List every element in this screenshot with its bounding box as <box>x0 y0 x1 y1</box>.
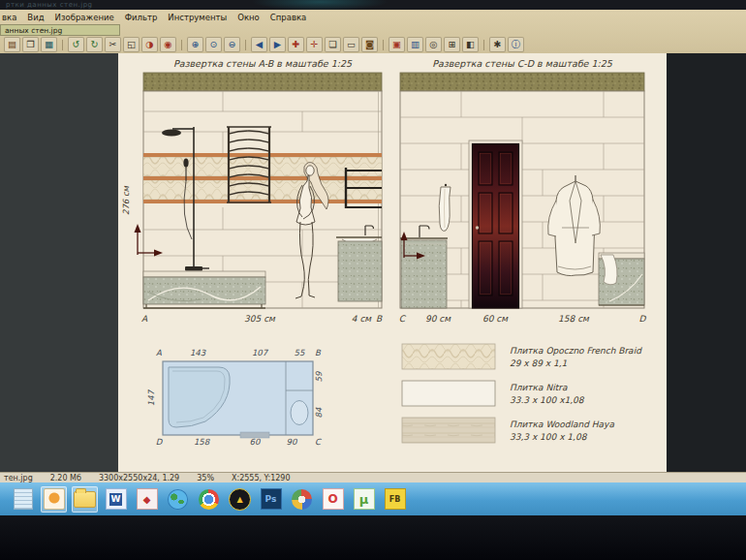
right-elevation-dim2: 60 см <box>482 314 509 324</box>
find-icon[interactable]: ◎ <box>425 37 442 52</box>
corner-label-a: A <box>141 314 148 324</box>
toolbar-separator <box>62 40 63 50</box>
menu-item-view[interactable]: Вид <box>27 13 44 22</box>
fullscreen-icon[interactable]: ▣ <box>389 37 405 52</box>
info-icon[interactable]: ⓘ <box>508 37 524 52</box>
slideshow-icon[interactable]: ▭ <box>343 37 359 52</box>
toolbar: ▤ ❒ ▦ ↺ ↻ ✂ ◱ ◑ ◉ ⊕ ⊙ ⊖ ◀ ▶ ✚ ✛ ❏ ▭ ◙ ▣ … <box>4 37 524 52</box>
chrome-icon[interactable] <box>196 486 222 513</box>
taskbar: W ◆ ▲ Ps O µ FB <box>0 482 746 515</box>
menu-item-window[interactable]: Окно <box>237 13 260 22</box>
folder-icon[interactable] <box>72 486 98 513</box>
legend-item-1-size: 29 x 89 x 1,1 <box>510 358 568 368</box>
lock-icon[interactable]: ◙ <box>361 37 378 52</box>
zoom-custom-icon[interactable]: ⊙ <box>205 37 222 52</box>
open-icon[interactable]: ❒ <box>22 37 39 52</box>
copy-icon[interactable]: ❏ <box>325 37 341 52</box>
legend-item-3-size: 33,3 x 100 x 1,08 <box>510 432 588 442</box>
cards-app-icon[interactable]: ◆ <box>134 486 160 513</box>
menu-bar: вка Вид Изображение Фильтр Инструменты О… <box>2 11 306 23</box>
monitor-bezel <box>0 515 746 560</box>
print-icon[interactable]: ⊞ <box>444 37 460 52</box>
vanity-sink <box>336 226 382 301</box>
save-icon[interactable]: ▤ <box>4 37 20 52</box>
menu-item-help[interactable]: Справка <box>270 13 306 22</box>
adjust-icon[interactable]: ◑ <box>141 37 158 52</box>
plan-toilet <box>291 401 308 425</box>
status-filename: тен.jpg <box>4 474 33 482</box>
toolbar-separator <box>245 40 246 50</box>
left-elevation-width-dim: 305 см <box>244 314 276 324</box>
rotate-right-icon[interactable]: ↻ <box>86 37 103 52</box>
legend-item-3-name: Плитка Woodland Haya <box>510 420 614 429</box>
utorrent-icon[interactable]: µ <box>351 486 377 513</box>
legend-item-1-name: Плитка Opoczno French Braid <box>510 346 642 356</box>
window-title-bar: ртки данных стен.jpg <box>0 0 746 10</box>
crop-icon[interactable]: ✂ <box>105 37 121 52</box>
legend-item-2-name: Плитка Nitra <box>510 383 568 392</box>
corner-label-d: D <box>639 314 647 324</box>
legend-swatch-braid <box>402 344 495 369</box>
legend-swatch-wood <box>402 418 495 443</box>
toolbar-separator <box>383 40 384 50</box>
document-tab[interactable]: анных стен.jpg <box>0 24 120 36</box>
bathtub-corner <box>599 253 644 305</box>
add-alt-icon[interactable]: ✛ <box>306 37 323 52</box>
browse-icon[interactable]: ▦ <box>41 37 57 52</box>
right-elevation-dim3: 158 см <box>558 314 590 324</box>
paint-icon[interactable] <box>289 486 315 513</box>
accent-strip <box>143 153 382 157</box>
fbreader-icon[interactable]: FB <box>382 486 408 513</box>
red-eye-icon[interactable]: ◉ <box>160 37 176 52</box>
status-zoom-level: 35% <box>197 474 214 482</box>
plan-dim-right-1: 59 <box>314 371 324 382</box>
menu-item-filter[interactable]: Фильтр <box>125 13 158 22</box>
right-elevation-drawing <box>400 73 644 308</box>
left-elevation-drawing <box>143 73 382 308</box>
image-viewer-icon[interactable] <box>41 486 67 513</box>
next-icon[interactable]: ▶ <box>269 37 286 52</box>
canvas-background <box>667 53 746 472</box>
settings-icon[interactable]: ✱ <box>489 37 506 52</box>
status-image-info: 3300x2550x24, 1.29 <box>99 474 179 482</box>
previous-icon[interactable]: ◀ <box>251 37 267 52</box>
window-title: ртки данных стен.jpg <box>6 1 93 9</box>
plan-dim-bottom-3: 90 <box>287 437 298 447</box>
plan-dim-left: 147 <box>146 389 156 406</box>
bathroom-design-document[interactable]: Развертка стены A-B в маштабе 1:25 <box>118 53 667 472</box>
hanging-towel <box>439 184 451 232</box>
menu-item-tools[interactable]: Инструменты <box>168 13 227 22</box>
zoom-out-icon[interactable]: ⊖ <box>224 37 240 52</box>
zoom-in-icon[interactable]: ⊕ <box>187 37 203 52</box>
plan-dim-bottom-2: 60 <box>250 437 262 447</box>
monitor-screen: ртки данных стен.jpg вка Вид Изображение… <box>0 0 746 560</box>
plan-dim-right-2: 84 <box>314 407 324 418</box>
menu-item-partial[interactable]: вка <box>2 13 16 22</box>
toolbar-separator <box>181 40 182 50</box>
corner-label-b: B <box>376 314 383 324</box>
plan-corner-a: A <box>156 348 162 358</box>
globe-browser-icon[interactable] <box>165 486 191 513</box>
notes-icon[interactable] <box>10 486 36 513</box>
ceiling-band <box>143 73 382 91</box>
bathtub-front <box>143 271 265 308</box>
photoshop-icon[interactable]: Ps <box>258 486 284 513</box>
gallery-icon[interactable]: ▥ <box>407 37 423 52</box>
rotate-left-icon[interactable]: ↺ <box>68 37 84 52</box>
plan-dim-top-3: 55 <box>295 348 305 358</box>
floor-plan <box>163 361 313 438</box>
word-icon[interactable]: W <box>103 486 129 513</box>
status-filesize: 2.20 Мб <box>50 474 81 482</box>
opera-icon[interactable]: O <box>320 486 346 513</box>
audio-player-icon[interactable]: ▲ <box>227 486 253 513</box>
legend-swatch-plain <box>402 381 495 406</box>
add-icon[interactable]: ✚ <box>288 37 304 52</box>
image-canvas-area: Развертка стены A-B в маштабе 1:25 <box>0 53 746 472</box>
plan-dim-top-2: 107 <box>252 348 269 358</box>
resize-icon[interactable]: ◱ <box>123 37 140 52</box>
left-elevation-gap-dim: 4 см <box>352 314 373 324</box>
menu-item-image[interactable]: Изображение <box>55 13 114 22</box>
right-elevation-dim1: 90 см <box>425 314 451 324</box>
toolbar-separator <box>483 40 484 50</box>
capture-icon[interactable]: ◧ <box>462 37 479 52</box>
